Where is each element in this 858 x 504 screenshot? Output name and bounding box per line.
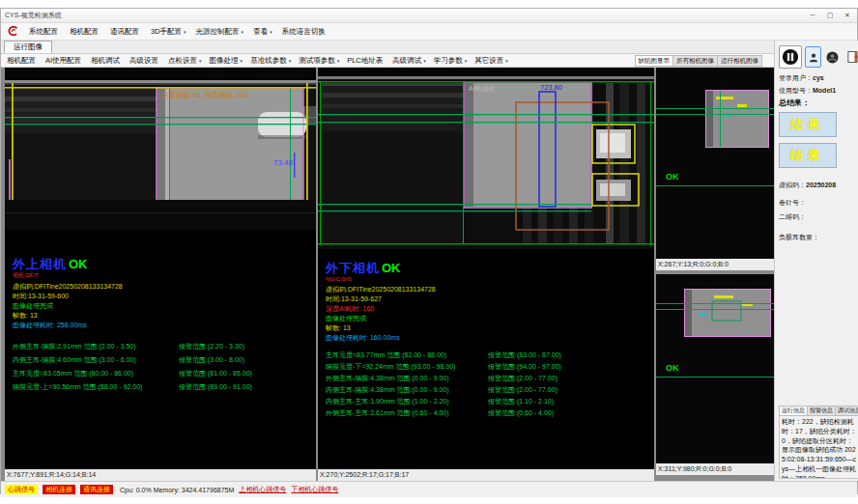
tool-ai-use-config[interactable]: AI使用配置 bbox=[45, 56, 83, 66]
menu-item-comm-config[interactable]: 通讯配置 bbox=[110, 27, 141, 37]
tool-learning-params[interactable]: 学习参数▾ bbox=[434, 56, 468, 66]
tab-count-label: 负极耳数量： bbox=[779, 234, 819, 240]
menu-item-light-config[interactable]: 光源控制配置▾ bbox=[196, 27, 244, 37]
measurement-text: 主耳宽度=83.05mm 范围:(80.00 - 86.00) bbox=[13, 369, 179, 382]
pixel-coords-readout: X:267;Y:13;R:0;G:0;B:0 bbox=[656, 259, 774, 270]
spacer bbox=[779, 243, 858, 406]
menu-item-view[interactable]: 查看▾ bbox=[253, 27, 272, 37]
camera-view-upper[interactable]: 灰度阈值:93, 动态阈值:100 73.48 外上相机OK 相机:DF/T 虚… bbox=[5, 68, 316, 469]
tab-run-image[interactable]: 运行图像 bbox=[4, 41, 52, 53]
camera-overlay-upper: 外上相机OK 相机:DF/T 虚拟码:DFITine20250208133134… bbox=[5, 255, 316, 396]
info-tab-debug[interactable]: 调试信息 bbox=[836, 406, 858, 416]
tool-label: 点检设置 bbox=[168, 56, 197, 66]
menu-label: 查看 bbox=[253, 27, 268, 37]
measurement-row: 外侧主耳-隔膜:4.38mm 范围:(0.00 - 9.00)报警范围:(2.0… bbox=[326, 374, 654, 385]
minimize-icon[interactable]: ─ bbox=[807, 12, 818, 19]
chevron-down-icon: ▾ bbox=[505, 58, 508, 64]
thumbnail-image-bottom: OK bbox=[656, 274, 774, 463]
view-tab-run-cameras[interactable]: 运行相机图像 bbox=[718, 55, 762, 67]
camera-panel-lower: AI检测框 723.80 外下相机OK NG/C:0//0 虚拟码:DFITin… bbox=[318, 68, 654, 481]
info-tabs: 运行信息 报警信息 调试信息 bbox=[779, 406, 858, 416]
view-tabs: 缺陷图显示 所有相机图像 运行相机图像 bbox=[635, 55, 763, 67]
camera-name: 外下相机 bbox=[326, 261, 380, 275]
menu-item-camera-config[interactable]: 相机配置 bbox=[70, 27, 100, 37]
view-tab-defect[interactable]: 缺陷图显示 bbox=[635, 55, 674, 67]
tool-label: 学习参数 bbox=[434, 56, 463, 66]
window-controls: ─ ▢ ✕ bbox=[807, 12, 853, 19]
status-ok: OK bbox=[382, 261, 401, 275]
measurement-row: 外侧主耳-隔膜:2.91mm 范围:(2.00 - 3.50)报警范围:(2.2… bbox=[13, 342, 316, 355]
tool-other-settings[interactable]: 其它设置▾ bbox=[474, 56, 508, 66]
menu-item-system-config[interactable]: 系统配置 bbox=[29, 27, 60, 37]
chevron-down-icon: ▾ bbox=[337, 58, 340, 64]
app-window: CYS-视觉检测系统 ─ ▢ ✕ 系统配置 相机配置 通讯配置 3D手配置▾ 光… bbox=[0, 8, 858, 494]
tool-label: 高级调试 bbox=[392, 56, 421, 66]
tool-camera-debug[interactable]: 相机调试 bbox=[91, 56, 122, 66]
info-tab-alarm[interactable]: 报警信息 bbox=[808, 406, 836, 416]
user-icon bbox=[808, 50, 819, 65]
login-user-value: cys bbox=[813, 74, 824, 81]
tool-camera-config[interactable]: 相机配置 bbox=[7, 56, 38, 66]
close-icon[interactable]: ✕ bbox=[842, 12, 853, 19]
tool-baseline-params[interactable]: 基准线参数▾ bbox=[250, 56, 291, 66]
tool-advanced-settings[interactable]: 高级设置 bbox=[129, 56, 160, 66]
view-tab-all-cameras[interactable]: 所有相机图像 bbox=[673, 55, 718, 67]
chevron-down-icon: ▾ bbox=[241, 58, 243, 64]
tool-advanced-debug[interactable]: 高级调试▾ bbox=[392, 56, 426, 66]
measurement-row: 隔膜宽度-下=92.24mm 范围:(93.00 - 98.00)报警范围:(9… bbox=[326, 362, 654, 374]
virtual-code-value: 20250208 bbox=[806, 182, 836, 188]
process-time: 图像处理耗时: 160.00ms bbox=[326, 333, 654, 343]
measurement-text: 外侧主耳-主耳:2.61mm 范围:(0.60 - 4.00) bbox=[326, 408, 488, 420]
exit-button[interactable] bbox=[844, 47, 858, 67]
status-ok: OK bbox=[69, 257, 88, 271]
measure-value-blue: 723.80 bbox=[540, 83, 562, 92]
pause-button[interactable] bbox=[779, 45, 802, 69]
user-login-button[interactable] bbox=[805, 46, 821, 68]
tool-spot-check[interactable]: 点检设置▾ bbox=[168, 56, 202, 66]
alarm-range: 报警范围:(0.60 - 4.00) bbox=[488, 408, 554, 420]
menu-label: 光源控制配置 bbox=[196, 27, 240, 37]
alarm-range: 报警范围:(83.00 - 87.00) bbox=[488, 350, 561, 362]
measurement-text: 内侧主耳-隔膜:4.38mm 范围:(0.00 - 9.00) bbox=[326, 385, 488, 397]
thumbnail-view-top[interactable]: OK bbox=[656, 68, 774, 259]
account-icon bbox=[825, 50, 840, 65]
tool-test-params[interactable]: 测试项参数▾ bbox=[299, 56, 339, 66]
alarm-range: 报警范围:(94.00 - 97.00) bbox=[488, 362, 561, 374]
measurement-text: 内侧主耳-主耳:1.90mm 范围:(1.00 - 2.20) bbox=[326, 397, 488, 408]
log-box: 耗时：222，缺陷检测耗时：17，缺陷分类耗时：0，缺陷提取分区耗时：显示图像取… bbox=[779, 416, 858, 479]
measurement-text: 隔膜宽度-上=90.56mm 范围:(88.00 - 92.00) bbox=[13, 382, 179, 396]
thumbnail-view-bottom[interactable]: OK bbox=[656, 274, 774, 463]
alarm-range: 报警范围:(2.00 - 77.00) bbox=[488, 374, 558, 385]
camera-name: 外上相机 bbox=[13, 257, 67, 271]
info-tab-run[interactable]: 运行信息 bbox=[779, 406, 808, 416]
alarm-range: 报警范围:(89.00 - 91.00) bbox=[179, 382, 252, 396]
tool-label: 相机调试 bbox=[91, 56, 120, 66]
camera-image-lower: AI检测框 723.80 bbox=[318, 68, 654, 249]
winding-pin-row: 卷针号： bbox=[779, 196, 858, 209]
menu-item-3d-config[interactable]: 3D手配置▾ bbox=[151, 27, 186, 37]
pixel-coords-readout: X:311;Y:980;R:0;G:0;B:0 bbox=[656, 463, 774, 475]
account-button[interactable] bbox=[824, 49, 841, 66]
menu-label: 通讯配置 bbox=[110, 27, 139, 37]
maximize-icon[interactable]: ▢ bbox=[824, 12, 836, 19]
exit-door-icon bbox=[845, 49, 858, 65]
camera-title: 外下相机OK bbox=[326, 259, 654, 277]
alarm-range: 报警范围:(81.00 - 85.00) bbox=[179, 369, 252, 382]
camera-image-upper: 灰度阈值:93, 动态阈值:100 73.48 bbox=[5, 68, 316, 230]
alarm-range: 报警范围:(2.20 - 3.30) bbox=[179, 342, 244, 355]
heartbeat-status-badge: 心跳信号 bbox=[5, 485, 38, 494]
capture-time: 时间:13-31-59-627 bbox=[326, 294, 654, 304]
content-row: 运行图像 相机配置 AI使用配置 相机调试 高级设置 点检设置▾ 图像处理▾ 基… bbox=[1, 41, 857, 481]
measurement-row: 内侧主耳-隔膜:4.38mm 范围:(0.00 - 9.00)报警范围:(2.0… bbox=[326, 385, 654, 397]
tool-image-processing[interactable]: 图像处理▾ bbox=[210, 56, 243, 66]
menu-item-language-switch[interactable]: 系统语言切换 bbox=[282, 27, 328, 37]
camera-view-lower[interactable]: AI检测框 723.80 外下相机OK NG/C:0//0 虚拟码:DFITin… bbox=[318, 68, 654, 469]
capture-time: 时间:13-31-59-600 bbox=[13, 292, 316, 301]
tool-label: 图像处理 bbox=[210, 56, 239, 66]
measurement-row: 外侧主耳-主耳:2.61mm 范围:(0.60 - 4.00)报警范围:(0.6… bbox=[326, 408, 654, 420]
tool-label: 基准线参数 bbox=[250, 56, 287, 66]
virtual-code: 虚拟码:DFITine20250208133134728 bbox=[13, 282, 316, 292]
measurement-text: 外侧主耳-隔膜:2.91mm 范围:(2.00 - 3.50) bbox=[13, 342, 179, 355]
model-value[interactable]: Model1 bbox=[813, 87, 836, 94]
tool-plc-address-table[interactable]: PLC地址表 bbox=[347, 56, 385, 66]
